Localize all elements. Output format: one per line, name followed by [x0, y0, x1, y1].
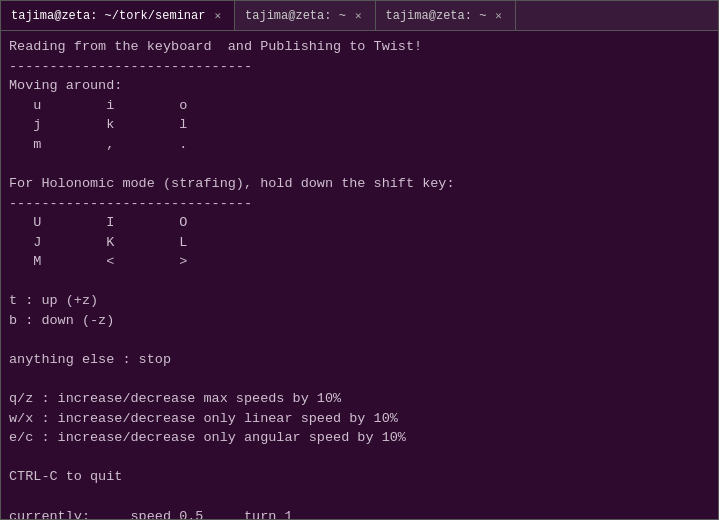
terminal-window: tajima@zeta: ~/tork/seminar ✕ tajima@zet…: [0, 0, 719, 520]
tab-label-1: tajima@zeta: ~/tork/seminar: [11, 9, 205, 23]
terminal-output: Reading from the keyboard and Publishing…: [1, 31, 718, 519]
tab-home-1[interactable]: tajima@zeta: ~ ✕: [235, 1, 375, 30]
tab-tork-seminar[interactable]: tajima@zeta: ~/tork/seminar ✕: [1, 1, 235, 30]
tab-close-1[interactable]: ✕: [211, 8, 224, 23]
tab-label-3: tajima@zeta: ~: [386, 9, 487, 23]
tab-home-2[interactable]: tajima@zeta: ~ ✕: [376, 1, 516, 30]
tab-close-3[interactable]: ✕: [492, 8, 505, 23]
titlebar: tajima@zeta: ~/tork/seminar ✕ tajima@zet…: [1, 1, 718, 31]
tab-close-2[interactable]: ✕: [352, 8, 365, 23]
last-line: currently: speed 0.5 turn 1: [9, 509, 293, 520]
tab-label-2: tajima@zeta: ~: [245, 9, 346, 23]
